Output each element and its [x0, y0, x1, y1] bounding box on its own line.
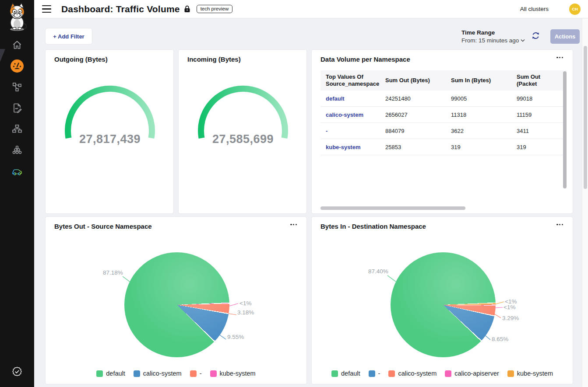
namespace-table: Top Values Of Source_namespace Sum Out (…	[320, 70, 567, 202]
traffic-car-icon	[11, 165, 23, 177]
sidebar-item-network[interactable]	[0, 119, 34, 139]
legend-item[interactable]: -	[190, 370, 202, 377]
pie-percentage-label: 9.55%	[227, 334, 244, 340]
sidebar-item-verified[interactable]	[0, 366, 34, 377]
legend-label: calico-system	[398, 370, 437, 377]
column-header: Top Values Of Source_namespace	[326, 73, 385, 88]
cluster-nodes-icon	[12, 145, 22, 155]
table-row[interactable]: -88407936223411	[320, 123, 567, 139]
legend-label: -	[200, 370, 202, 377]
pie-chart-bytes-out[interactable]	[124, 252, 229, 357]
service-graph-icon	[12, 82, 22, 92]
column-header: Sum Out (Bytes)	[385, 77, 451, 84]
time-range-block: Time Range From: 15 minutes ago	[461, 29, 525, 44]
table-horizontal-scrollbar[interactable]	[320, 206, 557, 210]
menu-toggle-button[interactable]	[42, 5, 51, 13]
pie-chart-bytes-in[interactable]	[391, 252, 496, 357]
pie-percentage-label: 8.65%	[492, 336, 508, 342]
pie-percentage-label: 3.29%	[502, 315, 519, 321]
legend-label: default	[341, 370, 360, 377]
sidebar	[0, 0, 34, 387]
pie-percentage-label: 87.18%	[103, 269, 123, 276]
legend-swatch	[507, 370, 514, 377]
gauge-chart-outgoing: 27,817,439	[57, 85, 162, 150]
table-cell: 3622	[451, 128, 517, 134]
namespace-link[interactable]: kube-system	[326, 144, 385, 150]
calico-cat-logo[interactable]	[3, 1, 31, 32]
legend-item[interactable]: kube-system	[507, 370, 553, 377]
table-row[interactable]: default242514809900599018	[320, 91, 567, 107]
topbar: Dashboard: Traffic Volume tech preview A…	[34, 0, 588, 18]
table-cell: 11159	[517, 112, 561, 118]
column-header: Sum Out (Packet	[517, 73, 561, 88]
lock-icon	[184, 5, 190, 13]
namespace-link[interactable]: -	[326, 128, 385, 134]
page-scrollbar-thumb[interactable]	[584, 46, 587, 189]
legend-swatch	[96, 370, 103, 377]
time-range-selector[interactable]: From: 15 minutes ago	[461, 37, 525, 44]
card-title: Outgoing (Bytes)	[54, 56, 108, 63]
card-incoming-bytes: Incoming (Bytes) 27,585,699	[178, 49, 307, 214]
legend-label: default	[106, 370, 125, 377]
pie-legend: default-calico-systemcalico-apiserverkub…	[312, 370, 573, 377]
cluster-selector[interactable]: All clusters	[520, 6, 549, 12]
chevron-down-icon	[521, 39, 525, 42]
table-row[interactable]: kube-system25853319319	[320, 139, 567, 155]
namespace-link[interactable]: default	[326, 95, 385, 102]
namespace-link[interactable]: calico-system	[326, 112, 385, 118]
table-cell: 25853	[385, 144, 451, 150]
page-scrollbar[interactable]	[582, 18, 588, 387]
table-cell: 884079	[385, 128, 451, 134]
table-cell: 11318	[451, 112, 517, 118]
avatar[interactable]: CH	[569, 3, 581, 15]
card-menu-icon[interactable]	[556, 224, 563, 225]
card-title: Data Volume per Namespace	[320, 56, 410, 63]
table-cell: 2656027	[385, 112, 451, 118]
pie-percentage-label: 87.40%	[368, 268, 388, 275]
home-icon	[12, 40, 22, 50]
sidebar-item-traffic[interactable]	[0, 160, 34, 181]
card-menu-icon[interactable]	[290, 224, 297, 225]
gauge-value: 27,585,699	[212, 132, 274, 146]
legend-item[interactable]: -	[369, 370, 380, 377]
legend-swatch	[331, 370, 338, 377]
table-cell: 99005	[451, 95, 517, 102]
legend-item[interactable]: kube-system	[210, 370, 256, 377]
legend-item[interactable]: calico-apiserver	[445, 370, 499, 377]
legend-item[interactable]: default	[96, 370, 125, 377]
gauge-value: 27,817,439	[79, 132, 141, 146]
pie-percentage-label: 3.18%	[237, 309, 254, 316]
gauge-chart-incoming: 27,585,699	[190, 85, 296, 150]
sidebar-item-workloads[interactable]	[0, 139, 34, 160]
sidebar-item-dashboards[interactable]	[0, 56, 34, 77]
table-cell: 319	[451, 144, 517, 150]
card-data-volume-table: Data Volume per Namespace Top Values Of …	[311, 49, 573, 214]
legend-item[interactable]: calico-system	[388, 370, 437, 377]
card-menu-icon[interactable]	[556, 57, 563, 58]
sidebar-item-home[interactable]	[0, 35, 34, 56]
actions-button[interactable]: Actions	[550, 29, 580, 44]
add-filter-button[interactable]: + Add Filter	[45, 28, 92, 45]
sidebar-item-flow-logs[interactable]	[0, 98, 34, 119]
legend-swatch	[369, 370, 375, 377]
table-cell: 99018	[517, 95, 561, 102]
pie-percentage-label: <1%	[503, 304, 515, 310]
legend-swatch	[445, 370, 451, 377]
legend-item[interactable]: default	[331, 370, 360, 377]
card-title: Incoming (Bytes)	[187, 56, 241, 63]
refresh-button[interactable]	[532, 31, 540, 41]
sidebar-item-service-graph[interactable]	[0, 77, 34, 98]
refresh-icon	[532, 31, 540, 40]
verified-badge-icon	[11, 366, 23, 377]
column-header: Sum In (Bytes)	[451, 77, 517, 84]
legend-label: kube-system	[220, 370, 256, 377]
legend-swatch	[210, 370, 217, 377]
legend-label: calico-apiserver	[454, 370, 499, 377]
table-vertical-scrollbar[interactable]	[563, 71, 567, 201]
flow-logs-icon	[12, 103, 22, 113]
legend-swatch	[134, 370, 140, 377]
legend-item[interactable]: calico-system	[134, 370, 182, 377]
table-cell: 319	[517, 144, 561, 150]
card-bytes-in-pie: Bytes In - Destination Namespace 87.40% …	[311, 216, 573, 384]
table-row[interactable]: calico-system26560271131811159	[320, 107, 567, 123]
